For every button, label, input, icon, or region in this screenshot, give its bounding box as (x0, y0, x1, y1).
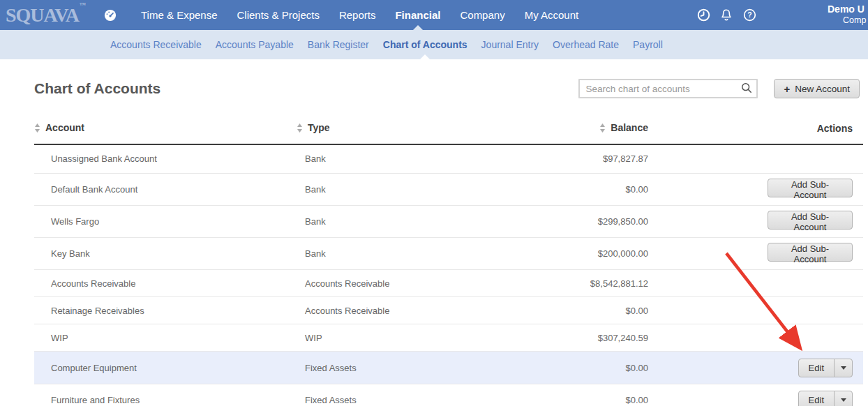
subnav-payroll[interactable]: Payroll (626, 30, 670, 59)
user-company: Comp (843, 15, 866, 25)
table-row: WIP WIP $307,240.59 (34, 324, 863, 352)
dashboard-gauge-icon[interactable] (103, 8, 117, 22)
main-content: Chart of Accounts + New Account (0, 73, 868, 406)
nav-item-reports[interactable]: Reports (329, 0, 386, 30)
add-sub-account-button[interactable]: Add Sub-Account (768, 243, 853, 262)
search-icon[interactable] (741, 82, 752, 96)
sort-account[interactable]: Account (34, 122, 84, 133)
edit-dropdown-button[interactable] (834, 391, 853, 406)
edit-split-button: Edit (798, 359, 853, 377)
type-cell: Accounts Receivable (297, 270, 478, 297)
balance-cell: $0.00 (478, 297, 656, 324)
table-row: Default Bank Account Bank $0.00 Add Sub-… (34, 174, 863, 206)
nav-item-my-account[interactable]: My Account (515, 0, 589, 30)
type-cell: Bank (297, 238, 478, 270)
nav-item-clients-projects[interactable]: Clients & Projects (227, 0, 329, 30)
type-cell: Fixed Assets (297, 384, 478, 406)
edit-button[interactable]: Edit (798, 359, 835, 377)
squava-logo[interactable]: SQUAVA™ (6, 6, 85, 25)
help-icon[interactable]: ? (742, 8, 756, 22)
account-cell: Accounts Receivable (34, 270, 297, 297)
nav-item-time-expense[interactable]: Time & Expense (131, 0, 227, 30)
chart-of-accounts-table: Account Type Balance Actions Unassigned … (34, 122, 863, 406)
subnav-overhead-rate[interactable]: Overhead Rate (546, 30, 626, 59)
type-cell: Bank (297, 144, 478, 174)
balance-cell: $8,542,881.12 (478, 270, 656, 297)
table-row: Wells Fargo Bank $299,850.00 Add Sub-Acc… (34, 206, 863, 238)
top-navbar: SQUAVA™ Time & Expense Clients & Project… (0, 0, 868, 30)
user-menu[interactable]: Demo U Comp (828, 3, 866, 25)
account-cell: Default Bank Account (34, 174, 297, 206)
balance-cell: $0.00 (478, 174, 656, 206)
type-cell: Accounts Receivable (297, 297, 478, 324)
table-row-highlighted: Computer Equipment Fixed Assets $0.00 Ed… (34, 352, 863, 384)
nav-item-company[interactable]: Company (450, 0, 514, 30)
table-row: Furniture and Fixtures Fixed Assets $0.0… (34, 384, 863, 406)
add-sub-account-button[interactable]: Add Sub-Account (768, 179, 853, 197)
account-cell: Wells Fargo (34, 206, 297, 238)
type-cell: WIP (297, 324, 478, 352)
type-cell: Bank (297, 206, 478, 238)
clock-icon[interactable] (696, 8, 710, 22)
table-row: Retainage Receivables Accounts Receivabl… (34, 297, 863, 324)
subnav-accounts-payable[interactable]: Accounts Payable (209, 30, 301, 59)
sort-icon (297, 123, 303, 133)
balance-cell: $97,827.87 (478, 144, 656, 174)
financial-subnav: Accounts Receivable Accounts Payable Ban… (0, 30, 868, 59)
actions-header: Actions (656, 122, 863, 144)
table-row: Key Bank Bank $200,000.00 Add Sub-Accoun… (34, 238, 863, 270)
subnav-journal-entry[interactable]: Journal Entry (474, 30, 546, 59)
sort-type[interactable]: Type (297, 122, 330, 133)
add-sub-account-button[interactable]: Add Sub-Account (768, 211, 853, 230)
svg-text:?: ? (747, 11, 751, 19)
account-cell: Unassigned Bank Account (34, 144, 297, 174)
sort-balance[interactable]: Balance (599, 122, 648, 133)
caret-down-icon (841, 366, 846, 370)
caret-down-icon (841, 398, 846, 402)
account-cell: Key Bank (34, 238, 297, 270)
new-account-button[interactable]: + New Account (774, 79, 860, 98)
edit-dropdown-button[interactable] (834, 359, 853, 377)
table-header-row: Account Type Balance Actions (34, 122, 863, 144)
balance-cell: $200,000.00 (478, 238, 656, 270)
subnav-accounts-receivable[interactable]: Accounts Receivable (103, 30, 209, 59)
notifications-bell-icon[interactable] (719, 8, 733, 22)
search-wrap (578, 79, 758, 98)
subnav-chart-of-accounts[interactable]: Chart of Accounts (376, 30, 474, 59)
user-name: Demo U (828, 3, 866, 15)
balance-cell: $299,850.00 (478, 206, 656, 238)
type-cell: Bank (297, 174, 478, 206)
logo-trademark: ™ (80, 1, 86, 8)
sort-icon (34, 123, 40, 133)
balance-cell: $0.00 (478, 384, 656, 406)
account-cell: WIP (34, 324, 297, 352)
edit-button[interactable]: Edit (798, 391, 835, 406)
type-cell: Fixed Assets (297, 352, 478, 384)
search-input[interactable] (578, 79, 758, 98)
table-row: Unassigned Bank Account Bank $97,827.87 (34, 144, 863, 174)
main-nav: Time & Expense Clients & Projects Report… (131, 0, 588, 30)
balance-cell: $307,240.59 (478, 324, 656, 352)
plus-icon: + (784, 83, 790, 95)
account-cell: Furniture and Fixtures (34, 384, 297, 406)
edit-split-button: Edit (798, 391, 853, 406)
subnav-bank-register[interactable]: Bank Register (301, 30, 376, 59)
table-row: Accounts Receivable Accounts Receivable … (34, 270, 863, 297)
page-title: Chart of Accounts (34, 80, 160, 97)
sort-icon (599, 123, 606, 133)
account-cell: Retainage Receivables (34, 297, 297, 324)
account-cell: Computer Equipment (34, 352, 297, 384)
balance-cell: $0.00 (478, 352, 656, 384)
nav-item-financial[interactable]: Financial (385, 0, 450, 30)
navbar-right: ? (696, 8, 756, 22)
